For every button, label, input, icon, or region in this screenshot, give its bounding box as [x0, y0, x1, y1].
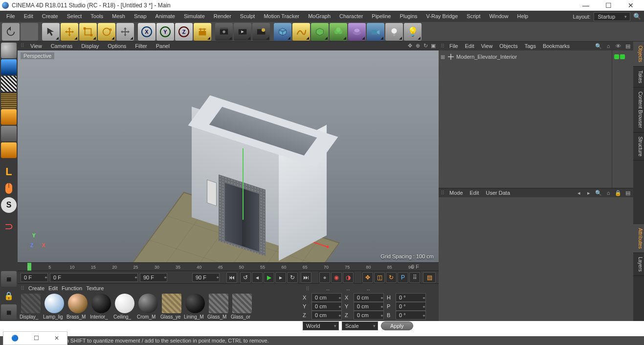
texture-mode[interactable] — [1, 76, 17, 92]
coord-size-field[interactable]: 0 cm — [354, 293, 384, 302]
vtab-takes[interactable]: Takes — [633, 67, 644, 88]
redo-button[interactable] — [21, 23, 38, 41]
add-environment[interactable] — [348, 23, 366, 41]
key-pos-button[interactable]: ✥ — [362, 272, 373, 283]
vtab-objects[interactable]: Objects — [633, 42, 644, 67]
vtab-content[interactable]: Content Browser — [633, 88, 644, 132]
coord-size-field[interactable]: 0 cm — [354, 302, 384, 311]
rotate-tool[interactable] — [98, 23, 115, 41]
render-settings[interactable] — [252, 23, 270, 41]
next-frame-button[interactable]: ▸ — [275, 272, 286, 283]
vp-layout-icon[interactable]: ▣ — [430, 43, 437, 49]
grip-icon[interactable]: ⠿ — [441, 43, 444, 49]
prev-key-button[interactable]: ↺ — [240, 272, 251, 283]
material-swatch[interactable]: Glass_or — [231, 294, 253, 320]
coord-size-field[interactable]: 0 cm — [354, 311, 384, 320]
expand-icon[interactable]: ⊞ — [441, 54, 445, 60]
mat-menu-function[interactable]: Function — [62, 285, 82, 291]
scale-tool[interactable] — [79, 23, 97, 41]
material-swatch[interactable]: Glass_M — [207, 294, 230, 320]
om-filter-icon[interactable]: ▤ — [624, 43, 631, 49]
om-menu-file[interactable]: File — [447, 43, 460, 49]
viewport[interactable]: Perspective Grid Spacing : 100 cm YZX — [18, 50, 439, 262]
polygon-mode[interactable] — [1, 142, 17, 158]
om-menu-objects[interactable]: Objects — [497, 43, 519, 49]
menu-render[interactable]: Render — [209, 11, 236, 22]
om-home-icon[interactable]: ⌂ — [605, 43, 612, 49]
am-back-icon[interactable]: ◂ — [576, 190, 582, 196]
vtab-structure[interactable]: Structure — [633, 133, 644, 161]
mat-menu-texture[interactable]: Texture — [86, 285, 104, 291]
vp-menu-options[interactable]: Options — [105, 43, 129, 49]
am-search-icon[interactable]: 🔍 — [595, 190, 602, 196]
am-menu-userdata[interactable]: User Data — [484, 190, 512, 196]
grip-icon[interactable]: ⠿ — [306, 286, 310, 292]
frame-in-field[interactable]: 0 F — [50, 273, 138, 282]
menu-plugins[interactable]: Plugins — [395, 11, 422, 22]
menu-create[interactable]: Create — [38, 11, 63, 22]
render-pv[interactable] — [234, 23, 251, 41]
tweak-mode[interactable] — [1, 181, 17, 196]
goto-start-button[interactable]: ⏮ — [226, 272, 237, 283]
vtab-attributes[interactable]: Attributes — [633, 224, 644, 253]
grip-icon[interactable]: ⠿ — [21, 43, 24, 49]
menu-motiontracker[interactable]: Motion Tracker — [259, 11, 304, 22]
add-camera[interactable] — [367, 23, 384, 41]
object-name[interactable]: Modern_Elevator_Interior — [456, 54, 517, 60]
frame-out-field[interactable]: 90 F — [140, 273, 167, 282]
workplane-icon[interactable]: ▦ — [1, 271, 17, 287]
coord-rot-field[interactable]: 0 ° — [396, 311, 426, 320]
key-pla-button[interactable]: ⠿ — [409, 272, 420, 283]
frame-start-field[interactable]: 0 F — [21, 273, 48, 282]
add-scene[interactable]: 💡 — [404, 23, 422, 41]
menu-mograph[interactable]: MoGraph — [304, 11, 335, 22]
grip-icon[interactable]: ⠿ — [21, 285, 24, 292]
viewport-solo[interactable]: S — [1, 197, 17, 213]
keyframe-sel-button[interactable]: ◑ — [343, 272, 354, 283]
locked-workplane[interactable]: ▦ — [1, 304, 17, 320]
edge-mode[interactable] — [1, 126, 17, 141]
undo-button[interactable] — [2, 23, 20, 41]
workplane-mode[interactable] — [1, 92, 17, 108]
coord-rot-field[interactable]: 0 ° — [396, 302, 426, 311]
material-swatch[interactable]: Lining_M — [184, 294, 206, 320]
key-rot-button[interactable]: ↻ — [386, 272, 397, 283]
vp-zoom-icon[interactable]: ⊕ — [414, 43, 421, 49]
vtab-layers[interactable]: Layers — [633, 253, 644, 276]
menu-animate[interactable]: Animate — [151, 11, 179, 22]
search-icon[interactable]: 🔍 — [633, 13, 641, 20]
move-tool[interactable] — [61, 23, 78, 41]
menu-character[interactable]: Character — [335, 11, 367, 22]
overlay-window[interactable]: 🔵 ☐ ✕ — [3, 331, 67, 345]
coordinate-system[interactable] — [194, 23, 211, 41]
vp-menu-panel[interactable]: Panel — [153, 43, 173, 49]
coord-apply-button[interactable]: Apply — [381, 322, 413, 330]
point-mode[interactable] — [1, 109, 17, 125]
goto-end-button[interactable]: ⏭ — [301, 272, 311, 283]
record-button[interactable]: ● — [319, 272, 330, 283]
coord-pos-field[interactable]: 0 cm — [311, 302, 342, 311]
grip-icon[interactable]: ⠿ — [441, 190, 444, 196]
next-key-button[interactable]: ↻ — [287, 272, 298, 283]
z-axis-lock[interactable]: Z — [175, 23, 193, 41]
overlay-restore-icon[interactable]: ☐ — [34, 335, 39, 342]
am-lock-icon[interactable]: 🔒 — [615, 190, 622, 196]
y-axis-lock[interactable]: Y — [156, 23, 174, 41]
om-eye-icon[interactable]: 👁 — [615, 43, 622, 49]
material-swatch[interactable]: Brass_M — [67, 294, 89, 320]
snap-toggle[interactable]: ⊃ — [1, 219, 17, 234]
om-search-icon[interactable]: 🔍 — [595, 43, 602, 49]
vp-menu-filter[interactable]: Filter — [132, 43, 150, 49]
menu-vray[interactable]: V-Ray Bridge — [422, 11, 463, 22]
key-scale-button[interactable]: ◫ — [374, 272, 385, 283]
vp-menu-display[interactable]: Display — [78, 43, 102, 49]
x-axis-lock[interactable]: X — [138, 23, 155, 41]
prev-frame-button[interactable]: ◂ — [252, 272, 263, 283]
vp-menu-view[interactable]: View — [27, 43, 45, 49]
mat-menu-create[interactable]: Create — [28, 285, 44, 291]
coord-pos-field[interactable]: 0 cm — [311, 311, 342, 320]
lock-icon[interactable]: 🔒 — [1, 288, 17, 303]
material-swatch[interactable]: Glass_ye — [160, 294, 183, 320]
vp-rotate-icon[interactable]: ↻ — [422, 43, 429, 49]
add-spline[interactable] — [292, 23, 310, 41]
